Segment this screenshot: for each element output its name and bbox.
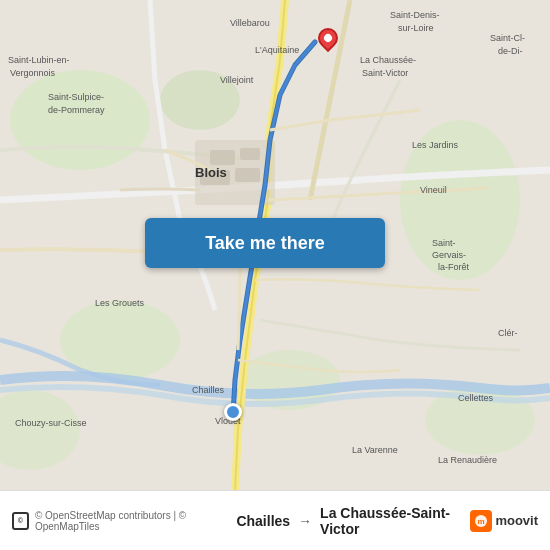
- moovit-text: moovit: [495, 513, 538, 528]
- route-arrow: →: [298, 513, 312, 529]
- attribution-text: © OpenStreetMap contributors | © OpenMap…: [35, 510, 237, 532]
- route-destination: La Chaussée-Saint-Victor: [320, 505, 470, 537]
- moovit-icon: m: [470, 510, 492, 532]
- svg-rect-9: [210, 150, 235, 165]
- svg-text:m: m: [478, 517, 485, 526]
- take-me-there-button[interactable]: Take me there: [145, 218, 385, 268]
- svg-rect-12: [235, 168, 260, 182]
- map-container: Blois Villebarou L'Aquitaine Villejoint …: [0, 0, 550, 490]
- route-origin: Chailles: [236, 513, 290, 529]
- origin-pin: [224, 403, 242, 421]
- svg-rect-11: [200, 170, 230, 185]
- osm-logo: ©: [12, 512, 29, 530]
- svg-point-7: [160, 70, 240, 130]
- attribution-area: © © OpenStreetMap contributors | © OpenM…: [12, 510, 236, 532]
- bottom-bar: © © OpenStreetMap contributors | © OpenM…: [0, 490, 550, 550]
- svg-point-2: [400, 120, 520, 280]
- route-info: Chailles → La Chaussée-Saint-Victor: [236, 505, 470, 537]
- svg-rect-10: [240, 148, 260, 160]
- svg-point-1: [10, 70, 150, 170]
- moovit-logo: m moovit: [470, 510, 538, 532]
